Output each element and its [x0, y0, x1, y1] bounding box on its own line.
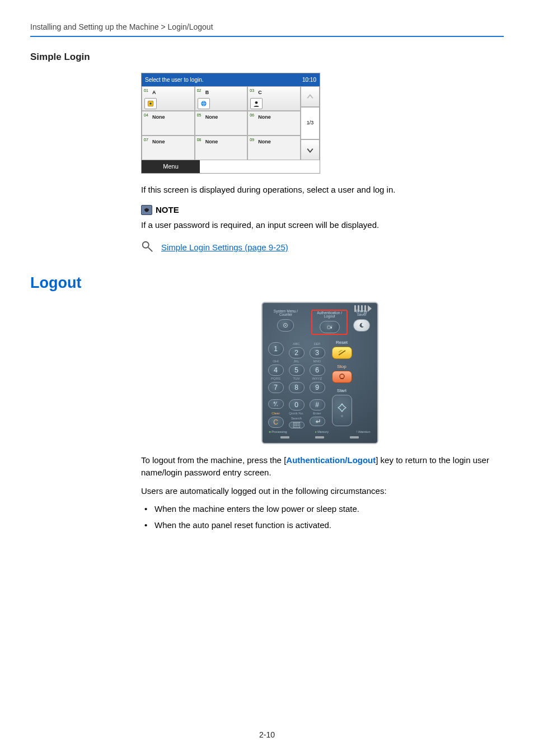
logout-bullet-2: When the auto panel reset function is ac… — [141, 519, 498, 532]
key-sub: TUV — [293, 376, 300, 381]
svg-point-7 — [285, 325, 286, 326]
sysmenu-label: System Menu / Counter — [269, 310, 303, 318]
key-sub: GHI — [273, 359, 279, 364]
hinge-icon — [354, 305, 372, 312]
reset-label: Reset — [332, 339, 352, 346]
tile-num: 03 — [250, 88, 254, 94]
key-9[interactable]: 9 — [310, 382, 325, 393]
login-tile-05[interactable]: 05None — [195, 111, 248, 136]
key-4[interactable]: 4 — [268, 365, 284, 376]
footer-attention: ! Attention — [357, 430, 370, 434]
svg-point-21 — [341, 415, 343, 417]
tile-label: None — [152, 138, 192, 146]
svg-point-11 — [294, 423, 296, 424]
simple-login-caption: If this screen is displayed during opera… — [141, 184, 498, 197]
svg-point-4 — [143, 242, 149, 248]
key-6[interactable]: 6 — [310, 365, 325, 376]
page-number: 2-10 — [0, 730, 534, 739]
login-tile-04[interactable]: 04None — [142, 111, 195, 136]
key-hash[interactable]: # — [310, 399, 325, 410]
svg-point-3 — [255, 101, 258, 104]
tile-label: None — [152, 114, 192, 122]
key-2[interactable]: 2 — [289, 347, 305, 358]
login-tile-09[interactable]: 09None — [247, 136, 301, 160]
breadcrumb: Installing and Setting up the Machine > … — [30, 22, 504, 31]
logout-para1-a: To logout from the machine, press the [ — [141, 455, 286, 465]
key-8[interactable]: 8 — [289, 382, 305, 393]
key-enter[interactable] — [310, 417, 325, 426]
simple-login-settings-link[interactable]: Simple Login Settings (page 9-25) — [161, 240, 288, 254]
tile-num: 04 — [144, 113, 148, 119]
page-down-button[interactable] — [301, 139, 320, 160]
quickno-label: Quick No. Search — [289, 411, 305, 421]
footer-memory: Memory — [317, 430, 329, 433]
reset-button[interactable] — [332, 347, 352, 359]
login-tile-01[interactable]: 01 A — [142, 86, 195, 111]
page-indicator: 1/3 — [301, 107, 320, 139]
heading-logout: Logout — [30, 274, 504, 292]
tile-num: 02 — [197, 88, 202, 94]
tile-label: None — [258, 138, 298, 146]
svg-rect-8 — [327, 326, 330, 329]
tile-num: 07 — [144, 137, 148, 143]
logout-para1-highlight: Authentication/Logout — [286, 455, 376, 465]
auth-logout-button[interactable] — [320, 321, 340, 333]
login-tile-08[interactable]: 08None — [195, 136, 248, 160]
logout-para2: Users are automatically logged out in th… — [141, 485, 498, 498]
start-button[interactable] — [332, 395, 352, 426]
tile-label: None — [205, 138, 245, 146]
key-clear[interactable]: C — [268, 417, 284, 428]
tile-num: 06 — [250, 113, 254, 119]
login-tile-03[interactable]: 03 C — [247, 86, 301, 111]
tile-num: 01 — [144, 88, 148, 94]
svg-point-15 — [296, 425, 297, 426]
sysmenu-button[interactable] — [277, 319, 294, 332]
key-5[interactable]: 5 — [289, 365, 305, 376]
magnifier-icon — [141, 240, 153, 256]
auth-logout-highlight: Authentication / Logout — [311, 310, 347, 335]
key-quickno[interactable] — [289, 422, 305, 428]
key-1[interactable]: 1 — [268, 342, 284, 356]
user-icon — [250, 98, 263, 109]
energy-saver-button[interactable] — [353, 319, 370, 332]
svg-rect-9 — [330, 326, 332, 328]
logout-para1: To logout from the machine, press the [A… — [141, 454, 498, 479]
tile-label: C — [258, 89, 298, 97]
key-0[interactable]: 0 — [289, 399, 305, 410]
user-globe-icon — [198, 98, 210, 109]
key-sub: WXYZ — [312, 376, 322, 381]
tile-label: None — [258, 114, 298, 122]
svg-rect-20 — [340, 378, 344, 379]
svg-point-13 — [298, 423, 299, 424]
enter-label: Enter — [313, 411, 321, 416]
svg-point-16 — [298, 425, 299, 426]
key-sub: JKL — [293, 359, 299, 364]
key-3[interactable]: 3 — [310, 347, 325, 358]
simple-login-screenshot: Select the user to login. 10:10 01 A 02 … — [141, 73, 498, 174]
admin-icon — [144, 98, 157, 109]
login-tile-07[interactable]: 07None — [142, 136, 195, 160]
key-7[interactable]: 7 — [268, 382, 284, 393]
tile-num: 08 — [197, 137, 202, 143]
header-rule — [30, 36, 504, 37]
login-tile-06[interactable]: 06None — [247, 111, 301, 136]
svg-point-19 — [340, 374, 344, 379]
svg-point-1 — [149, 102, 152, 105]
note-icon — [141, 205, 152, 215]
heading-simple-login: Simple Login — [30, 52, 504, 63]
key-star[interactable]: *⁄. — [268, 399, 284, 409]
page-up-button[interactable] — [301, 86, 320, 107]
menu-button[interactable]: Menu — [142, 160, 200, 173]
login-tile-02[interactable]: 02 B — [195, 86, 248, 111]
stop-label: Stop — [332, 363, 352, 370]
start-label: Start — [332, 388, 352, 394]
key-sub: PQRS — [271, 376, 280, 381]
auth-label: Authentication / Logout — [313, 311, 345, 319]
clear-label: Clear — [271, 411, 279, 416]
svg-line-5 — [148, 248, 152, 251]
note-body: If a user password is required, an input… — [141, 219, 498, 232]
tile-num: 09 — [250, 137, 254, 143]
stop-button[interactable] — [332, 371, 352, 383]
login-prompt: Select the user to login. — [145, 76, 204, 84]
tile-label: A — [152, 89, 192, 97]
